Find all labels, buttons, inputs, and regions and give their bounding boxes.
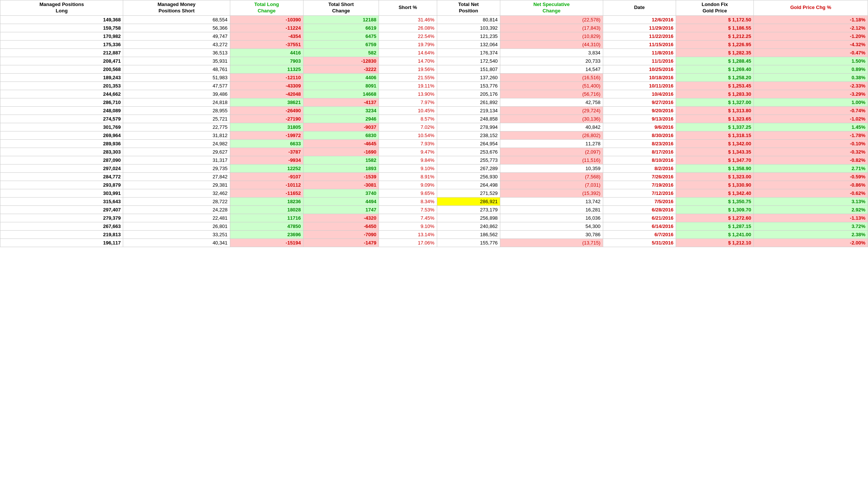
cell-gold-price: $ 1,342.40 xyxy=(676,189,754,197)
col-gold-chg: Gold Price Chg % xyxy=(753,0,868,16)
cell-net-spec: 42,758 xyxy=(500,98,603,106)
cell-total-net: 286,921 xyxy=(437,197,500,205)
cell-managed-short: 31,317 xyxy=(123,156,230,164)
cell-net-spec: 14,547 xyxy=(500,65,603,73)
cell-managed-long: 248,089 xyxy=(0,106,123,115)
cell-short-pct: 9.47% xyxy=(379,148,437,156)
cell-short-pct: 17.06% xyxy=(379,238,437,247)
cell-total-short-chg: -1479 xyxy=(303,238,379,247)
cell-gold-price: $ 1,313.80 xyxy=(676,106,754,115)
cell-total-short-chg: -4137 xyxy=(303,98,379,106)
cell-net-spec: 54,300 xyxy=(500,222,603,230)
cell-total-short-chg: -12830 xyxy=(303,57,379,65)
cell-gold-price: $ 1,287.15 xyxy=(676,222,754,230)
cell-managed-long: 201,353 xyxy=(0,81,123,90)
cell-total-long-chg: 4416 xyxy=(230,48,303,57)
cell-managed-short: 29,627 xyxy=(123,148,230,156)
cell-total-net: 256,898 xyxy=(437,214,500,222)
cell-date: 11/8/2016 xyxy=(603,48,676,57)
cell-managed-long: 293,879 xyxy=(0,181,123,189)
cell-managed-long: 284,772 xyxy=(0,172,123,181)
cell-gold-chg: -0.32% xyxy=(753,148,868,156)
header-row: Managed PositionsLong Managed MoneyPosit… xyxy=(0,0,868,16)
cell-gold-chg: 0.38% xyxy=(753,73,868,81)
cell-short-pct: 19.79% xyxy=(379,40,437,48)
cell-gold-chg: -2.00% xyxy=(753,238,868,247)
cell-managed-short: 68,554 xyxy=(123,15,230,24)
cell-gold-price: $ 1,282.35 xyxy=(676,48,754,57)
cell-gold-price: $ 1,212.25 xyxy=(676,32,754,40)
cell-total-net: 80,814 xyxy=(437,15,500,24)
cell-net-spec: (16,516) xyxy=(500,73,603,81)
table-row: 196,117 40,341 -15194 -1479 17.06% 155,7… xyxy=(0,238,868,247)
cell-managed-long: 244,662 xyxy=(0,90,123,98)
table-row: 219,813 33,251 23696 -7090 13.14% 186,56… xyxy=(0,230,868,238)
cell-total-net: 205,176 xyxy=(437,90,500,98)
cell-total-long-chg: -15194 xyxy=(230,238,303,247)
cell-gold-price: $ 1,283.30 xyxy=(676,90,754,98)
table-row: 283,303 29,627 -3787 -1690 9.47% 253,676… xyxy=(0,148,868,156)
cell-net-spec: (15,392) xyxy=(500,189,603,197)
cell-total-net: 172,540 xyxy=(437,57,500,65)
cell-gold-chg: -1.18% xyxy=(753,15,868,24)
table-row: 208,471 35,931 7903 -12830 14.70% 172,54… xyxy=(0,57,868,65)
cell-total-net: 155,776 xyxy=(437,238,500,247)
table-row: 286,710 24,818 38621 -4137 7.97% 261,892… xyxy=(0,98,868,106)
cell-gold-chg: -0.10% xyxy=(753,139,868,148)
cell-gold-price: $ 1,358.90 xyxy=(676,164,754,172)
cell-total-net: 253,676 xyxy=(437,148,500,156)
cell-managed-long: 159,758 xyxy=(0,24,123,32)
table-row: 170,982 49,747 -4354 6475 22.54% 121,235… xyxy=(0,32,868,40)
cell-total-net: 151,807 xyxy=(437,65,500,73)
cell-gold-chg: -1.13% xyxy=(753,214,868,222)
cell-net-spec: (7,031) xyxy=(500,181,603,189)
cell-short-pct: 14.64% xyxy=(379,48,437,57)
cell-managed-short: 26,801 xyxy=(123,222,230,230)
cell-total-short-chg: 4406 xyxy=(303,73,379,81)
cell-managed-long: 289,936 xyxy=(0,139,123,148)
cell-total-short-chg: 8091 xyxy=(303,81,379,90)
cell-short-pct: 7.97% xyxy=(379,98,437,106)
cell-total-net: 103,392 xyxy=(437,24,500,32)
cell-managed-short: 43,272 xyxy=(123,40,230,48)
cell-managed-short: 49,747 xyxy=(123,32,230,40)
cell-short-pct: 22.54% xyxy=(379,32,437,40)
cell-managed-long: 175,336 xyxy=(0,40,123,48)
cell-gold-price: $ 1,342.00 xyxy=(676,139,754,148)
table-row: 212,887 36,513 4416 582 14.64% 176,374 3… xyxy=(0,48,868,57)
table-row: 297,024 29,735 12252 1893 9.10% 267,289 … xyxy=(0,164,868,172)
cell-total-short-chg: -6450 xyxy=(303,222,379,230)
cell-short-pct: 8.34% xyxy=(379,197,437,205)
cell-gold-chg: -0.47% xyxy=(753,48,868,57)
cell-total-long-chg: 6633 xyxy=(230,139,303,148)
cell-total-net: 267,289 xyxy=(437,164,500,172)
cell-gold-price: $ 1,258.20 xyxy=(676,73,754,81)
cell-total-long-chg: -43309 xyxy=(230,81,303,90)
cell-managed-short: 24,818 xyxy=(123,98,230,106)
cell-managed-long: 279,379 xyxy=(0,214,123,222)
table-row: 267,663 26,801 47850 -6450 9.10% 240,862… xyxy=(0,222,868,230)
table-row: 284,772 27,842 -9107 -1539 8.91% 256,930… xyxy=(0,172,868,181)
cell-total-short-chg: 6619 xyxy=(303,24,379,32)
cell-gold-price: $ 1,226.95 xyxy=(676,40,754,48)
cell-date: 10/4/2016 xyxy=(603,90,676,98)
cell-net-spec: (7,568) xyxy=(500,172,603,181)
cell-managed-short: 29,381 xyxy=(123,181,230,189)
cell-gold-price: $ 1,337.25 xyxy=(676,123,754,131)
cell-net-spec: (17,843) xyxy=(500,24,603,32)
cell-gold-price: $ 1,269.40 xyxy=(676,65,754,73)
cell-total-long-chg: -11652 xyxy=(230,189,303,197)
table-row: 287,090 31,317 -9934 1582 9.84% 255,773 … xyxy=(0,156,868,164)
cell-short-pct: 13.14% xyxy=(379,230,437,238)
cell-gold-chg: -1.78% xyxy=(753,131,868,139)
cell-managed-long: 200,568 xyxy=(0,65,123,73)
cell-total-short-chg: -9037 xyxy=(303,123,379,131)
cell-date: 8/10/2016 xyxy=(603,156,676,164)
cell-managed-short: 51,983 xyxy=(123,73,230,81)
cell-total-long-chg: -3787 xyxy=(230,148,303,156)
cell-date: 8/2/2016 xyxy=(603,164,676,172)
col-net-spec: Net SpeculativeChange xyxy=(500,0,603,16)
cell-total-long-chg: 11325 xyxy=(230,65,303,73)
cell-net-spec: 11,278 xyxy=(500,139,603,148)
cell-date: 7/5/2016 xyxy=(603,197,676,205)
